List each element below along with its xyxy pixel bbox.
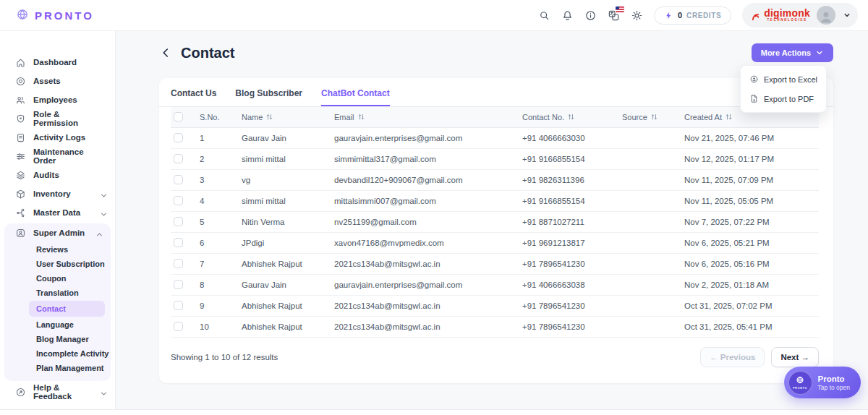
sidebar-subitem-plan-management[interactable]: Plan Management — [4, 361, 111, 375]
chevron-down-icon[interactable] — [842, 10, 852, 20]
chat-logo-text: PRONTO — [793, 387, 807, 390]
tab-contact-us[interactable]: Contact Us — [171, 88, 216, 106]
cell-select — [171, 274, 197, 295]
column-header-contact-no[interactable]: Contact No. — [519, 107, 619, 127]
column-header-name[interactable]: Name — [239, 107, 331, 127]
select-all-checkbox[interactable] — [174, 112, 183, 121]
sort-icon[interactable] — [567, 113, 574, 121]
contacts-table: S.No.NameEmailContact No.SourceCreated A… — [171, 107, 819, 338]
cell-contact: +91 9826311396 — [519, 169, 619, 190]
row-checkbox[interactable] — [174, 322, 183, 331]
table-row: 8 Gaurav Jain gauravjain.enterprises@gma… — [171, 274, 819, 295]
sidebar-subitem-coupon[interactable]: Coupon — [4, 271, 111, 286]
sidebar-item-label: Super Admin — [33, 228, 85, 237]
previous-button[interactable]: ← Previous — [700, 347, 765, 367]
horizontal-scrollbar[interactable] — [0, 409, 868, 415]
sidebar-item-maintenance-order[interactable]: Maintenance Order — [0, 147, 115, 166]
row-checkbox[interactable] — [174, 217, 183, 226]
row-checkbox[interactable] — [174, 280, 183, 289]
sidebar-item-master-data[interactable]: Master Data — [0, 203, 115, 222]
sidebar-item-audits[interactable]: Audits — [0, 166, 115, 184]
sliders-icon — [15, 151, 26, 162]
cell-select — [171, 316, 197, 337]
translate-icon[interactable] — [608, 9, 620, 22]
search-icon[interactable] — [538, 9, 550, 22]
org-menu[interactable]: digimonk TECHNOLOGIES — [742, 3, 858, 27]
sidebar-subitem-incomplete-activity[interactable]: Incomplete Activity — [4, 346, 111, 361]
sidebar-subitem-user-subscription[interactable]: User Subscription — [4, 257, 111, 271]
sort-icon[interactable] — [725, 113, 732, 121]
cell-name: Abhishek Rajput — [239, 295, 331, 316]
back-icon[interactable] — [159, 46, 172, 59]
sidebar-subitem-language[interactable]: Language — [4, 317, 111, 332]
globe-icon — [16, 8, 30, 22]
sidebar-item-dashboard[interactable]: Dashboard — [0, 53, 115, 72]
table-row: 1 Gaurav Jain gauravjain.enterprises@gma… — [171, 127, 819, 148]
sidebar-subitem-reviews[interactable]: Reviews — [4, 242, 111, 257]
app-logo[interactable]: PRONTO — [0, 8, 94, 22]
cell-created: Nov 2, 2025, 01:18 AM — [681, 274, 819, 295]
sidebar-item-employees[interactable]: Employees — [0, 90, 115, 109]
row-checkbox[interactable] — [174, 154, 183, 163]
sort-icon[interactable] — [357, 113, 365, 121]
cell-source — [619, 295, 681, 316]
tab-chatbot-contact[interactable]: ChatBot Contact — [321, 88, 390, 106]
cell-name: Abhishek Rajput — [239, 253, 331, 274]
avatar[interactable] — [817, 6, 835, 25]
table-container: S.No.NameEmailContact No.SourceCreated A… — [159, 107, 833, 338]
theme-toggle-icon[interactable] — [631, 9, 643, 22]
cell-contact: +91 7896541230 — [519, 316, 619, 337]
row-checkbox[interactable] — [174, 301, 183, 310]
sidebar-subitem-translation[interactable]: Translation — [4, 286, 111, 300]
credits-pill[interactable]: 0 CREDITS — [654, 7, 731, 25]
chevron-down-icon — [98, 209, 106, 217]
cell-select — [171, 253, 197, 274]
cell-sno: 7 — [197, 253, 239, 274]
sidebar-item-label: Master Data — [33, 208, 80, 217]
row-checkbox[interactable] — [174, 133, 183, 142]
cell-sno: 1 — [197, 127, 239, 148]
cell-created: Nov 7, 2025, 07:22 PM — [681, 211, 819, 232]
cell-email: gauravjain.enterprises@gmail.com — [331, 127, 519, 148]
next-button[interactable]: Next → — [771, 347, 819, 367]
sidebar-item-activity-logs[interactable]: Activity Logs — [0, 128, 115, 147]
sidebar-item-help-feedback[interactable]: Help & Feedback — [0, 382, 115, 401]
menu-item-export-to-excel[interactable]: Export to Excel — [741, 69, 826, 89]
logs-icon — [15, 132, 26, 143]
row-checkbox[interactable] — [174, 238, 183, 247]
cell-created: Oct 31, 2025, 07:02 PM — [681, 295, 819, 316]
sidebar-subitem-contact[interactable]: Contact — [29, 301, 105, 317]
row-checkbox[interactable] — [174, 196, 183, 205]
sidebar-item-assets[interactable]: Assets — [0, 72, 115, 90]
chat-widget-launcher[interactable]: PRONTO Pronto Tap to open — [784, 367, 861, 398]
sidebar-item-label: Help & Feedback — [33, 383, 91, 401]
sort-icon[interactable] — [265, 113, 273, 121]
sidebar-item-super-admin[interactable]: Super Admin — [4, 223, 111, 242]
export-icon — [749, 74, 759, 84]
sort-icon[interactable] — [650, 113, 658, 121]
tab-blog-subscriber[interactable]: Blog Subscriber — [235, 88, 302, 106]
credits-count: 0 — [678, 11, 682, 20]
column-header-email[interactable]: Email — [331, 107, 519, 127]
column-header-source[interactable]: Source — [619, 107, 681, 127]
cell-name: Gaurav Jain — [239, 274, 331, 295]
row-checkbox[interactable] — [174, 175, 183, 184]
cell-created: Nov 21, 2025, 07:46 PM — [681, 127, 819, 148]
cell-email: 2021cs134ab@mitsgwl.ac.in — [331, 316, 519, 337]
sidebar-item-label: Assets — [33, 77, 61, 85]
layers-icon — [15, 170, 26, 181]
box-icon — [15, 189, 26, 200]
notifications-icon[interactable] — [561, 9, 574, 22]
table-footer: Showing 1 to 10 of 12 results ← Previous… — [159, 338, 833, 367]
cell-name: Abhishek Rajput — [239, 316, 331, 337]
cell-email: simmimittal317@gmail.com — [331, 148, 519, 169]
cell-contact: +91 8871027211 — [519, 211, 619, 232]
info-icon[interactable] — [584, 9, 597, 22]
column-header-s-no: S.No. — [197, 107, 239, 127]
row-checkbox[interactable] — [174, 259, 183, 268]
sidebar-item-role-permission[interactable]: Role & Permission — [0, 109, 115, 128]
menu-item-export-to-pdf[interactable]: Export to PDF — [741, 89, 826, 108]
more-actions-button[interactable]: More Actions — [752, 43, 833, 62]
sidebar-item-inventory[interactable]: Inventory — [0, 184, 115, 203]
sidebar-subitem-blog-manager[interactable]: Blog Manager — [4, 332, 111, 346]
